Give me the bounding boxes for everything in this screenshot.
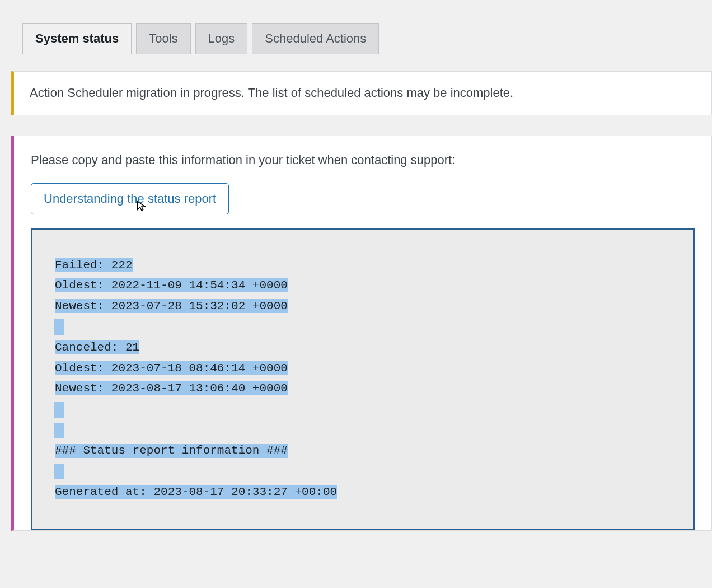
content-area: Action Scheduler migration in progress. … [0, 54, 712, 531]
report-failed-newest: Newest: 2023-07-28 15:32:02 +0000 [55, 299, 288, 313]
selection-continuation [54, 423, 64, 438]
report-failed-oldest: Oldest: 2022-11-09 14:54:34 +0000 [55, 278, 288, 292]
report-canceled-count: Canceled: 21 [55, 340, 139, 354]
tab-bar: System status Tools Logs Scheduled Actio… [0, 0, 712, 54]
tab-system-status[interactable]: System status [22, 23, 132, 54]
report-generated-at: Generated at: 2023-08-17 20:33:27 +00:00 [55, 485, 337, 499]
report-canceled-newest: Newest: 2023-08-17 13:06:40 +0000 [55, 381, 288, 395]
selection-continuation [54, 402, 64, 418]
report-failed-count: Failed: 222 [55, 258, 133, 272]
tab-scheduled-actions[interactable]: Scheduled Actions [252, 23, 379, 54]
button-label: Understanding the status report [44, 192, 216, 206]
tab-logs[interactable]: Logs [195, 23, 248, 54]
status-report-panel: Please copy and paste this information i… [11, 136, 712, 531]
status-report-textarea[interactable]: Failed: 222 Oldest: 2022-11-09 14:54:34 … [31, 228, 695, 530]
understanding-status-report-button[interactable]: Understanding the status report [31, 183, 229, 214]
selection-continuation [54, 464, 64, 479]
tab-tools[interactable]: Tools [136, 23, 190, 54]
panel-intro-text: Please copy and paste this information i… [31, 153, 695, 167]
selection-continuation [54, 319, 64, 335]
migration-warning-notice: Action Scheduler migration in progress. … [11, 71, 712, 115]
report-canceled-oldest: Oldest: 2023-07-18 08:46:14 +0000 [55, 361, 288, 375]
notice-text: Action Scheduler migration in progress. … [30, 86, 513, 100]
report-section-header: ### Status report information ### [55, 444, 288, 458]
